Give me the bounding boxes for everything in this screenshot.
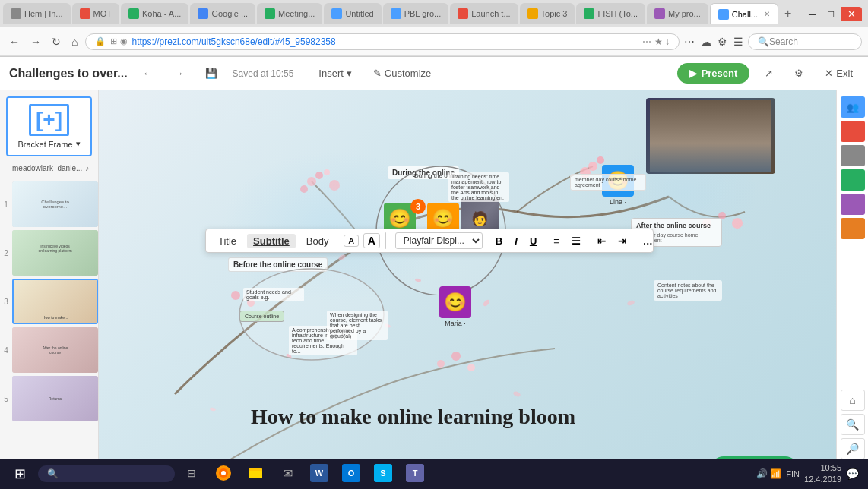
tab-fish[interactable]: FISH (To... (576, 3, 645, 24)
subtitle-style-button[interactable]: Subtitle (247, 234, 296, 248)
tab-topic3[interactable]: Topic 3 (520, 3, 575, 24)
sync-button[interactable]: ☁ (701, 36, 711, 48)
settings-button[interactable]: ⚙ (788, 65, 809, 82)
frame-dropdown-icon[interactable]: ▾ (76, 139, 81, 149)
zoom-out-icon: 🔎 (846, 443, 859, 455)
address-bar[interactable]: 🔒 ⊞ ◉ https://prezi.com/ult5gkscn68e/edi… (85, 33, 680, 50)
italic-button[interactable]: I (511, 234, 521, 248)
undo-button[interactable]: ← (137, 65, 159, 82)
slide-item-3[interactable]: 3 How to make... (0, 279, 98, 324)
svg-point-13 (437, 360, 445, 368)
slide-item-5[interactable]: 5 Returns (0, 376, 98, 421)
home-button[interactable]: ⌂ (68, 34, 81, 49)
slide-item-1[interactable]: 1 Challenges toovercome... (0, 181, 98, 227)
font-selector[interactable]: Playfair Displ... (395, 232, 483, 249)
menu-button[interactable]: ☰ (733, 36, 743, 48)
svg-point-24 (512, 390, 521, 398)
title-style-button[interactable]: Title (212, 234, 242, 248)
tab-mot[interactable]: MOT (72, 3, 119, 24)
svg-point-14 (451, 352, 461, 361)
color-tool-red[interactable] (841, 121, 865, 142)
color-tool-purple[interactable] (841, 194, 865, 215)
main-title: How to make online learning bloom (251, 405, 575, 429)
slide-thumb-3[interactable]: How to make... (12, 279, 98, 324)
taskbar-tray: 🔊 📶 FIN 10:55 12.4.2019 💬 (750, 462, 865, 486)
tab-favicon-chall (718, 9, 729, 20)
avatar-maria[interactable]: 😊 Maria · (439, 286, 471, 327)
tab-google[interactable]: Google ... (190, 3, 255, 24)
font-size-decrease[interactable]: A (344, 235, 358, 247)
bold-button[interactable]: B (492, 234, 506, 248)
slide-list: 1 Challenges toovercome... 2 Instructive… (0, 181, 98, 489)
minimize-button[interactable]: ─ (804, 7, 820, 21)
new-tab-button[interactable]: + (780, 7, 796, 21)
customize-icon: ✎ (373, 68, 382, 79)
video-feed (646, 98, 775, 174)
more-options-button[interactable]: … (639, 234, 657, 248)
exit-button[interactable]: ✕ Exit (819, 65, 859, 82)
align-center-button[interactable]: ☰ (568, 234, 584, 248)
tab-meeting[interactable]: Meeting... (257, 3, 322, 24)
slide-thumb-4[interactable]: After the onlinecourse (12, 327, 98, 373)
tab-label-untitled: Untitled (345, 9, 373, 18)
refresh-button[interactable]: ↻ (49, 34, 64, 49)
redo-button[interactable]: → (168, 65, 190, 82)
taskbar-search[interactable]: 🔍 (38, 465, 175, 482)
taskbar-item-word[interactable]: W (304, 459, 334, 489)
taskbar-item-mail[interactable]: ✉ (272, 459, 303, 489)
tab-chall[interactable]: Chall... ✕ (710, 3, 778, 24)
taskbar-item-skype[interactable]: S (368, 459, 398, 489)
close-window-button[interactable]: ✕ (841, 7, 862, 21)
start-button[interactable]: ⊞ (3, 459, 36, 489)
font-size-increase[interactable]: A (363, 233, 380, 248)
bookmarks-button[interactable]: ⋯ (684, 36, 695, 48)
underline-button[interactable]: U (526, 234, 540, 248)
nav-home-button[interactable]: ⌂ (841, 390, 865, 411)
color-tool-orange[interactable] (841, 218, 865, 239)
slide-thumb-1[interactable]: Challenges toovercome... (12, 181, 98, 227)
insert-button[interactable]: Insert ▾ (312, 65, 358, 82)
content-box-right: member day course home agreement (570, 174, 646, 191)
slide-item-2[interactable]: 2 Instructive videoson learning platform (0, 230, 98, 276)
collaborators-button[interactable]: 👥 (841, 96, 865, 118)
maximize-button[interactable]: □ (823, 7, 838, 21)
tab-koha[interactable]: Koha - A... (121, 3, 188, 24)
taskbar-item-teams[interactable]: T (400, 459, 430, 489)
outlook-icon: O (342, 464, 360, 482)
browser-search-bar[interactable]: 🔍 Search (748, 33, 862, 50)
indent-decrease-button[interactable]: ⇤ (594, 234, 610, 248)
indent-increase-button[interactable]: ⇥ (614, 234, 630, 248)
tab-pbl[interactable]: PBL gro... (383, 3, 449, 24)
color-tool-gray[interactable] (841, 145, 865, 166)
slide-thumb-2[interactable]: Instructive videoson learning platform (12, 230, 98, 276)
present-button[interactable]: ▶ Present (677, 63, 750, 84)
forward-button[interactable]: → (27, 34, 44, 49)
notification-icon[interactable]: 💬 (846, 468, 859, 480)
customize-button[interactable]: ✎ Customize (367, 65, 437, 82)
taskbar-item-firefox[interactable] (208, 459, 239, 489)
tab-untitled[interactable]: Untitled (324, 3, 381, 24)
share-button[interactable]: ↗ (759, 65, 779, 82)
tab-close-chall[interactable]: ✕ (764, 10, 770, 18)
color-tool-green[interactable] (841, 169, 865, 191)
taskbar-item-outlook[interactable]: O (336, 459, 366, 489)
tab-label-launch: Launch t... (471, 9, 510, 18)
zoom-in-button[interactable]: 🔍 (841, 414, 865, 435)
slide-thumb-5[interactable]: Returns (12, 376, 98, 421)
zoom-out-button[interactable]: 🔎 (841, 438, 865, 459)
taskbar-item-taskview[interactable]: ⊟ (176, 459, 207, 489)
tab-label-fish: FISH (To... (597, 9, 638, 18)
tab-launch[interactable]: Launch t... (450, 3, 518, 24)
text-color-button[interactable] (385, 232, 386, 249)
align-left-button[interactable]: ≡ (550, 234, 563, 248)
canvas-area[interactable]: Title Subtitle Body A A Playfair Displ..… (99, 90, 836, 489)
music-icon: ♪ (85, 164, 89, 172)
taskbar-item-explorer[interactable] (240, 459, 271, 489)
tab-hem[interactable]: Hem | In... (3, 3, 71, 24)
tab-mypro[interactable]: My pro... (647, 3, 708, 24)
extensions-button[interactable]: ⚙ (718, 36, 727, 48)
body-style-button[interactable]: Body (300, 234, 335, 248)
slide-item-4[interactable]: 4 After the onlinecourse (0, 327, 98, 373)
back-button[interactable]: ← (6, 34, 23, 49)
save-button[interactable]: 💾 (199, 65, 223, 82)
